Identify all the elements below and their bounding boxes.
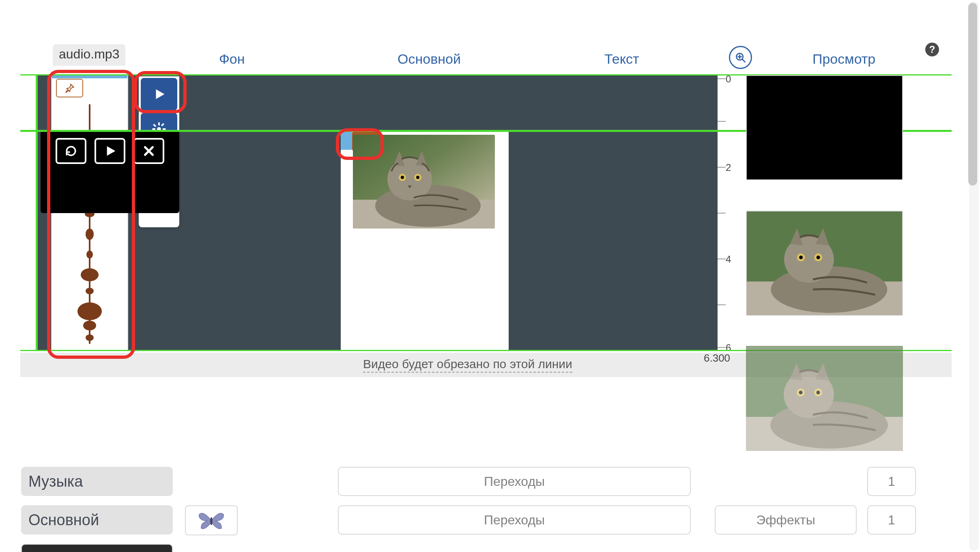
scrollbar-thumb[interactable] bbox=[968, 3, 977, 185]
row-dark-partial[interactable] bbox=[21, 544, 173, 552]
svg-point-48 bbox=[799, 391, 803, 395]
refresh-icon bbox=[64, 144, 77, 157]
main-clip-column[interactable] bbox=[341, 131, 509, 351]
header-row: audio.mp3 Фон Основной Текст Просмотр ? bbox=[20, 47, 953, 77]
svg-point-11 bbox=[81, 268, 99, 281]
play-icon bbox=[103, 144, 116, 157]
guide-vertical-left bbox=[36, 75, 38, 351]
column-label-main[interactable]: Основной bbox=[398, 51, 461, 67]
tick-2: 2 bbox=[726, 162, 731, 173]
audio-track-column[interactable] bbox=[51, 75, 128, 351]
popup-refresh-button[interactable] bbox=[56, 138, 86, 164]
timeline-end-time: 6.300 bbox=[704, 352, 730, 364]
pin-icon bbox=[64, 83, 75, 93]
svg-point-9 bbox=[86, 229, 94, 240]
svg-point-40 bbox=[799, 256, 803, 259]
column-label-background[interactable]: Фон bbox=[219, 51, 245, 67]
play-icon bbox=[152, 87, 166, 101]
popup-play-button[interactable] bbox=[95, 138, 125, 164]
side-play-button[interactable] bbox=[141, 78, 177, 110]
editor-content: audio.mp3 Фон Основной Текст Просмотр ? bbox=[0, 0, 969, 552]
scrollbar-track[interactable] bbox=[969, 1, 979, 551]
svg-rect-21 bbox=[153, 124, 156, 127]
audio-file-tab[interactable]: audio.mp3 bbox=[53, 44, 125, 66]
preview-frame-blank[interactable] bbox=[746, 75, 903, 180]
popup-close-button[interactable] bbox=[133, 138, 164, 164]
crop-line-text: Видео будет обрезано по этой линии bbox=[363, 357, 572, 373]
svg-point-14 bbox=[83, 321, 96, 330]
butterfly-icon bbox=[197, 508, 226, 533]
help-button-top[interactable]: ? bbox=[925, 43, 939, 56]
svg-rect-23 bbox=[161, 123, 164, 126]
svg-line-1 bbox=[742, 59, 745, 62]
audio-pin-button[interactable] bbox=[56, 79, 83, 97]
row-music-count[interactable]: 1 bbox=[867, 467, 916, 496]
svg-point-50 bbox=[817, 391, 820, 395]
clip-thumbnail[interactable] bbox=[353, 135, 495, 229]
row-main-effects[interactable]: Эффекты bbox=[715, 505, 857, 535]
zoom-in-button[interactable] bbox=[729, 46, 752, 69]
audio-popup bbox=[41, 130, 179, 213]
svg-point-42 bbox=[817, 256, 820, 259]
row-main-count[interactable]: 1 bbox=[867, 505, 916, 535]
svg-point-15 bbox=[86, 334, 94, 341]
svg-point-32 bbox=[401, 176, 404, 179]
column-label-preview: Просмотр bbox=[812, 51, 875, 67]
row-music-label[interactable]: Музыка bbox=[21, 467, 173, 496]
main-clip-handle[interactable] bbox=[341, 129, 352, 150]
svg-rect-17 bbox=[158, 123, 160, 126]
tick-4: 4 bbox=[726, 254, 731, 265]
row-main-label[interactable]: Основной bbox=[21, 505, 173, 535]
svg-point-13 bbox=[77, 302, 102, 320]
svg-point-10 bbox=[86, 250, 93, 259]
svg-point-34 bbox=[416, 176, 419, 179]
column-label-text[interactable]: Текст bbox=[604, 51, 639, 67]
svg-point-12 bbox=[86, 288, 94, 294]
row-main-transitions[interactable]: Переходы bbox=[338, 505, 691, 535]
row-music-transitions[interactable]: Переходы bbox=[338, 467, 691, 496]
svg-point-51 bbox=[210, 517, 213, 525]
close-icon bbox=[142, 144, 155, 157]
timeline-ruler: 0 2 4 6 bbox=[718, 75, 743, 351]
row-main-thumbnail[interactable] bbox=[185, 505, 238, 535]
preview-frame-1[interactable] bbox=[746, 211, 903, 316]
preview-frame-2[interactable] bbox=[746, 346, 903, 451]
zoom-in-icon bbox=[735, 52, 746, 63]
